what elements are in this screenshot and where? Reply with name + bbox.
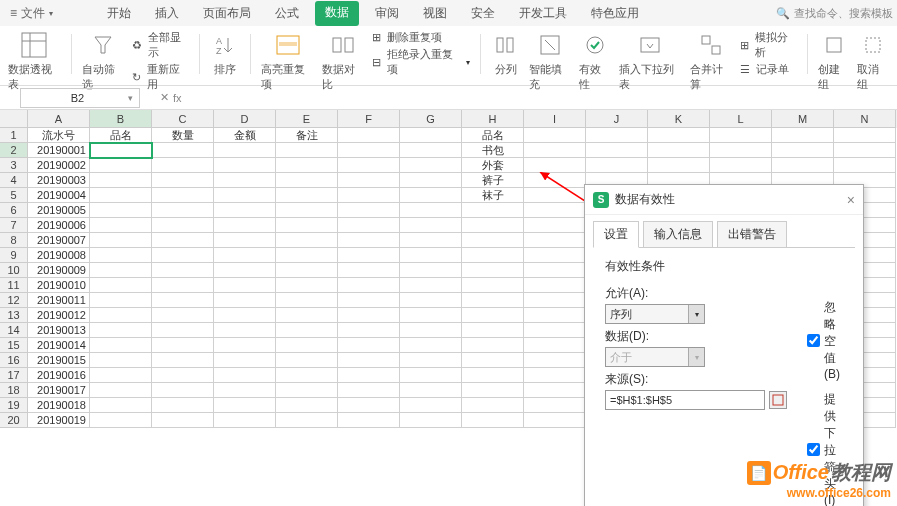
cell[interactable] (214, 413, 276, 428)
cell[interactable] (524, 368, 586, 383)
cell[interactable] (214, 278, 276, 293)
reapply-button[interactable]: ↻重新应用 (132, 62, 190, 92)
cell[interactable] (462, 308, 524, 323)
cell[interactable] (338, 248, 400, 263)
cell[interactable] (400, 353, 462, 368)
cell[interactable] (400, 383, 462, 398)
dtab-input[interactable]: 输入信息 (643, 221, 713, 247)
cell[interactable] (152, 143, 214, 158)
row-header[interactable]: 16 (0, 353, 28, 368)
pivot-table-button[interactable]: 数据透视表 (8, 30, 61, 92)
cell[interactable] (338, 383, 400, 398)
cell[interactable] (524, 323, 586, 338)
cell[interactable] (276, 218, 338, 233)
cell[interactable] (462, 263, 524, 278)
cell[interactable] (338, 323, 400, 338)
tab-devtools[interactable]: 开发工具 (511, 1, 575, 26)
cell[interactable] (276, 368, 338, 383)
cell[interactable] (524, 233, 586, 248)
cell[interactable] (214, 263, 276, 278)
tab-data[interactable]: 数据 (315, 1, 359, 26)
cell[interactable] (90, 293, 152, 308)
cell[interactable] (462, 293, 524, 308)
validity-button[interactable]: 有效性 (579, 30, 611, 92)
newgroup-button[interactable]: 创建组 (818, 30, 850, 92)
col-L[interactable]: L (710, 110, 772, 128)
cell[interactable] (214, 368, 276, 383)
cell[interactable] (524, 248, 586, 263)
cell[interactable] (462, 233, 524, 248)
consolidate-button[interactable]: 合并计算 (690, 30, 732, 92)
cell[interactable] (90, 353, 152, 368)
row-header[interactable]: 17 (0, 368, 28, 383)
cell[interactable] (152, 368, 214, 383)
cell[interactable]: 20190012 (28, 308, 90, 323)
tab-special[interactable]: 特色应用 (583, 1, 647, 26)
row-header[interactable]: 10 (0, 263, 28, 278)
close-icon[interactable]: × (847, 192, 855, 208)
cell[interactable] (710, 128, 772, 143)
cell[interactable]: 20190002 (28, 158, 90, 173)
cell[interactable] (152, 293, 214, 308)
cell[interactable]: 20190013 (28, 323, 90, 338)
cell[interactable] (524, 398, 586, 413)
highlight-dup-button[interactable]: 高亮重复项 (261, 30, 314, 92)
cell[interactable] (152, 173, 214, 188)
cell[interactable] (462, 248, 524, 263)
tab-view[interactable]: 视图 (415, 1, 455, 26)
cell[interactable] (152, 233, 214, 248)
cell[interactable] (400, 248, 462, 263)
showall-button[interactable]: ♻全部显示 (132, 30, 190, 60)
cell[interactable] (400, 173, 462, 188)
cell[interactable] (710, 158, 772, 173)
tab-pagelayout[interactable]: 页面布局 (195, 1, 259, 26)
cell[interactable] (276, 233, 338, 248)
cell[interactable] (338, 263, 400, 278)
ignore-blank-checkbox[interactable]: 忽略空值(B) (807, 299, 843, 381)
cell[interactable] (524, 293, 586, 308)
cell[interactable] (214, 173, 276, 188)
cell[interactable] (462, 398, 524, 413)
cell[interactable] (400, 143, 462, 158)
col-C[interactable]: C (152, 110, 214, 128)
col-B[interactable]: B (90, 110, 152, 128)
dialog-titlebar[interactable]: S 数据有效性 × (585, 185, 863, 215)
cell[interactable] (90, 338, 152, 353)
cell[interactable] (338, 173, 400, 188)
cell[interactable] (276, 143, 338, 158)
cell[interactable] (276, 308, 338, 323)
cell[interactable] (152, 383, 214, 398)
cell[interactable] (90, 203, 152, 218)
cell[interactable] (524, 158, 586, 173)
file-menu[interactable]: ≡文件▾ (4, 3, 59, 24)
col-N[interactable]: N (834, 110, 896, 128)
cell[interactable]: ▾ (90, 143, 152, 158)
cell[interactable] (400, 413, 462, 428)
split-button[interactable]: 分列 (491, 30, 521, 77)
cell[interactable] (462, 203, 524, 218)
cell[interactable] (400, 263, 462, 278)
cell[interactable]: 外套 (462, 158, 524, 173)
cell[interactable]: 备注 (276, 128, 338, 143)
cell[interactable]: 20190014 (28, 338, 90, 353)
cell[interactable] (338, 188, 400, 203)
cell[interactable]: 流水号 (28, 128, 90, 143)
tab-formula[interactable]: 公式 (267, 1, 307, 26)
row-header[interactable]: 12 (0, 293, 28, 308)
cell[interactable]: 20190018 (28, 398, 90, 413)
cell[interactable]: 20190015 (28, 353, 90, 368)
cell[interactable] (90, 218, 152, 233)
cell[interactable] (214, 383, 276, 398)
cell[interactable]: 20190009 (28, 263, 90, 278)
cell[interactable] (214, 308, 276, 323)
cell[interactable] (338, 158, 400, 173)
cell[interactable] (90, 263, 152, 278)
cell[interactable] (214, 203, 276, 218)
cell[interactable] (834, 158, 896, 173)
col-A[interactable]: A (28, 110, 90, 128)
cell[interactable] (276, 323, 338, 338)
cell[interactable] (338, 308, 400, 323)
cell[interactable] (276, 383, 338, 398)
cell[interactable] (152, 398, 214, 413)
cell[interactable] (834, 143, 896, 158)
